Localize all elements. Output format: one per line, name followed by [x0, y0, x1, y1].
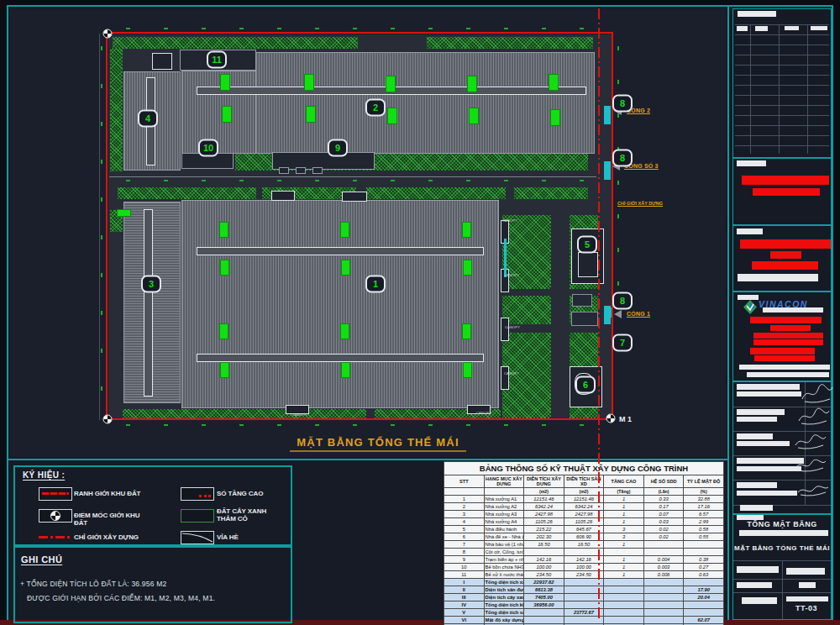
roof-vent	[462, 222, 471, 238]
signature	[795, 479, 831, 502]
spec-table-unit: (Tầng)	[604, 488, 644, 496]
gate-arrow-icon	[614, 310, 622, 318]
site-boundary	[106, 32, 613, 420]
table-row: 8Cột cờ, Cổng, tường rào, biển hiệu công…	[444, 549, 724, 556]
dimension-tick	[353, 28, 357, 29]
spec-table-header: STT	[444, 475, 485, 488]
building-marker: 11	[207, 51, 227, 69]
building-marker: 8	[612, 95, 633, 113]
redaction-bar	[753, 339, 823, 345]
redaction-bar	[786, 596, 828, 601]
redaction-bar	[737, 491, 797, 496]
dimension-tick	[164, 180, 168, 181]
redaction-bar	[737, 417, 777, 422]
dimension-tick	[101, 386, 102, 391]
dimension-tick	[504, 28, 508, 29]
grid-line	[779, 24, 780, 154]
sidewalk-line-left	[99, 34, 100, 420]
dimension-tick	[353, 180, 357, 181]
dimension-tick	[126, 424, 130, 426]
dimension-tick	[202, 424, 206, 426]
dimension-tick	[353, 424, 357, 426]
table-row: 3Nhà xưởng A32427.982427.98 10.076.57	[444, 511, 724, 518]
dimension-tick	[617, 248, 619, 252]
dimension-tick	[617, 214, 619, 218]
redaction-bar	[738, 11, 776, 17]
floor-count-icon	[181, 487, 214, 501]
survey-marker-m1	[606, 414, 616, 423]
redaction-bar	[750, 348, 815, 355]
sidewalk-icon	[181, 531, 214, 544]
dimension-tick	[617, 46, 619, 50]
dimension-tick	[617, 80, 619, 84]
redaction-bar	[754, 355, 815, 361]
building-marker: 4	[138, 110, 158, 128]
sheet-title: MẶT BẰNG TỔNG THỂ MÁI	[733, 544, 831, 552]
redaction-bar	[739, 530, 828, 536]
dimension-tick	[101, 160, 102, 164]
roof-vent	[117, 209, 131, 217]
spec-table-unit: (Lần)	[643, 488, 684, 496]
dimension-tick	[101, 197, 102, 202]
dimension-tick	[542, 180, 546, 181]
spec-table-unit: (m2)	[524, 488, 564, 496]
building-marker: 6	[575, 376, 596, 394]
building-marker: 9	[328, 139, 348, 157]
redaction-bar	[739, 365, 830, 370]
dimension-tick	[101, 273, 102, 277]
table-row: 2Nhà xưởng A26342.246342.24 10.1717.16	[444, 503, 724, 511]
redaction-bar	[737, 582, 772, 588]
spec-table-unit	[444, 488, 485, 496]
green-area-icon	[181, 509, 214, 523]
redaction-bar	[737, 515, 764, 520]
roof-vent	[340, 222, 349, 238]
roof-vent	[463, 362, 472, 378]
site-plan: M 1 CHỈ GIỚI XÂY DỰNG MẶT BẰNG TỔNG THỂ …	[0, 0, 729, 459]
dimension-tick	[391, 28, 395, 29]
redaction-bar	[753, 333, 823, 339]
canopy-label: CANOPY	[502, 218, 517, 223]
dimension-tick	[101, 84, 102, 88]
project-view-title: TỔNG MẶT BẰNG	[733, 520, 831, 528]
survey-marker-m1-label: M 1	[619, 415, 632, 423]
building-marker: 2	[365, 99, 386, 117]
dimension-tick	[504, 180, 508, 181]
redaction-bar	[742, 176, 829, 185]
dimension-tick	[277, 424, 281, 426]
spec-table-header: HỆ SỐ SDD	[643, 475, 684, 488]
legend-item-label: VỈA HÈ	[217, 533, 284, 541]
table-row: VTổng diện tích sàn23772.67	[444, 609, 724, 617]
building-marker: 8	[612, 292, 633, 310]
spec-table-header: TẦNG CAO	[604, 475, 644, 488]
signature	[800, 382, 835, 406]
dimension-tick	[466, 28, 470, 29]
redaction-bar	[755, 26, 768, 31]
table-row: 4Nhà xưởng A41105.261105.26 10.032.99	[444, 518, 724, 526]
canopy-label: CANOPY	[504, 371, 519, 376]
building-marker: 3	[141, 276, 161, 293]
redaction-bar	[785, 26, 799, 30]
table-row: 6Nhà để xe - Nhà ăn công nhân202.30606.9…	[444, 533, 724, 541]
table-row: IIIDiện tích cây xanh, cảnh quan7405.00 …	[444, 594, 724, 601]
plan-title-wrap: MẶT BẰNG TỔNG THỂ MÁI	[252, 434, 504, 449]
table-row: VIMật độ xây dựng 62.07	[444, 617, 724, 624]
roof-vent	[467, 76, 477, 92]
signature	[796, 405, 832, 428]
redaction-bar	[737, 433, 773, 439]
building-marker: 8	[612, 150, 633, 167]
roof-vent	[220, 74, 230, 91]
dimension-tick	[126, 28, 130, 29]
dimension-tick	[315, 424, 319, 426]
roof-vent	[219, 222, 228, 238]
signature	[793, 454, 828, 477]
survey-marker-icon	[39, 509, 72, 523]
roof-vent	[219, 323, 228, 339]
redaction-bar	[737, 409, 785, 415]
construction-limit-line	[598, 8, 600, 620]
redaction-bar	[747, 372, 829, 377]
redaction-bar	[737, 441, 790, 446]
table-row: 9Trạm biến áp + nhà máy phát142.16142.16…	[444, 556, 724, 564]
redaction-bar	[750, 317, 822, 323]
dimension-tick	[504, 424, 508, 426]
grid-line	[750, 24, 751, 154]
